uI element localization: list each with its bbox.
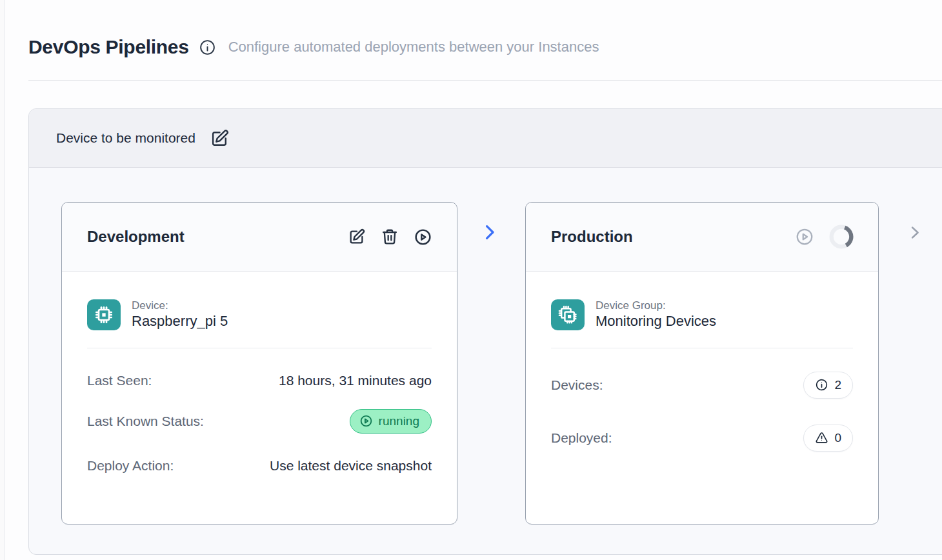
production-card-body: Device Group: Monitoring Devices Devices…	[526, 272, 878, 452]
devices-count-row: Devices: 2	[551, 372, 853, 399]
pipeline-name: Device to be monitored	[56, 130, 195, 146]
page-title: DevOps Pipelines	[28, 36, 189, 58]
edit-icon	[210, 128, 230, 148]
loading-spinner-icon	[829, 225, 854, 249]
info-icon	[199, 39, 216, 56]
play-circle-icon	[414, 228, 432, 246]
left-page-divider	[0, 0, 5, 560]
chevron-right-icon	[906, 223, 923, 242]
edit-pipeline-button[interactable]	[210, 128, 230, 148]
play-circle-icon	[359, 414, 373, 428]
pipeline-stages: Development	[29, 168, 942, 525]
trash-icon	[381, 228, 399, 246]
device-group-label: Device Group:	[596, 299, 716, 312]
stage-title-development: Development	[87, 228, 185, 246]
device-info: Device: Raspberry_pi 5	[132, 299, 228, 331]
status-badge: running	[350, 409, 432, 434]
device-label: Device:	[132, 299, 228, 312]
next-stage-button[interactable]	[906, 223, 923, 242]
deployed-label: Deployed:	[551, 430, 612, 446]
deploy-action-label: Deploy Action:	[87, 458, 174, 474]
card-divider	[551, 348, 853, 348]
deploy-action-row: Deploy Action: Use latest device snapsho…	[87, 457, 432, 475]
last-known-status-label: Last Known Status:	[87, 414, 204, 429]
production-card-header: Production	[526, 203, 878, 272]
edit-stage-button[interactable]	[348, 228, 366, 246]
play-circle-icon	[795, 227, 814, 246]
stage-card-development: Development	[61, 202, 457, 525]
last-seen-label: Last Seen:	[87, 373, 152, 388]
stage-card-production: Production	[525, 202, 879, 525]
devices-count-badge[interactable]: 2	[803, 372, 853, 399]
pipeline-panel-header: Device to be monitored	[29, 109, 942, 168]
delete-stage-button[interactable]	[381, 228, 399, 246]
page-header: DevOps Pipelines Configure automated dep…	[28, 36, 599, 58]
devices-label: Devices:	[551, 377, 603, 393]
device-row: Device: Raspberry_pi 5	[87, 299, 432, 331]
device-group-info: Device Group: Monitoring Devices	[596, 299, 716, 331]
device-group-chips-icon	[551, 299, 585, 330]
last-seen-value: 18 hours, 31 minutes ago	[279, 373, 432, 388]
run-stage-button[interactable]	[414, 228, 432, 246]
info-icon	[815, 378, 828, 392]
stage-title-production: Production	[551, 228, 633, 246]
last-known-status-row: Last Known Status: running	[87, 409, 432, 434]
deployed-count-badge[interactable]: 0	[803, 425, 853, 452]
status-text: running	[379, 414, 419, 428]
production-actions	[795, 225, 854, 249]
pipeline-flow-arrow-icon	[480, 222, 499, 245]
development-card-header: Development	[62, 203, 457, 272]
development-card-body: Device: Raspberry_pi 5 Last Seen: 18 hou…	[62, 272, 457, 475]
deploy-action-value: Use latest device snapshot	[270, 458, 432, 474]
device-group-name: Monitoring Devices	[596, 312, 716, 331]
edit-icon	[348, 228, 366, 246]
device-chip-icon	[87, 299, 121, 330]
development-actions	[348, 228, 432, 246]
card-divider	[87, 348, 432, 348]
page-title-info-button[interactable]	[199, 39, 216, 56]
last-seen-row: Last Seen: 18 hours, 31 minutes ago	[87, 372, 432, 390]
run-stage-button-disabled	[795, 227, 814, 246]
warning-triangle-icon	[815, 431, 828, 445]
devices-count: 2	[834, 378, 841, 392]
deployed-count: 0	[834, 431, 841, 445]
header-divider	[28, 80, 942, 81]
pipeline-panel: Device to be monitored Development	[28, 108, 942, 555]
device-name: Raspberry_pi 5	[132, 312, 228, 331]
deployed-count-row: Deployed: 0	[551, 425, 853, 452]
page-subtitle: Configure automated deployments between …	[228, 39, 599, 55]
device-group-row: Device Group: Monitoring Devices	[551, 299, 853, 331]
